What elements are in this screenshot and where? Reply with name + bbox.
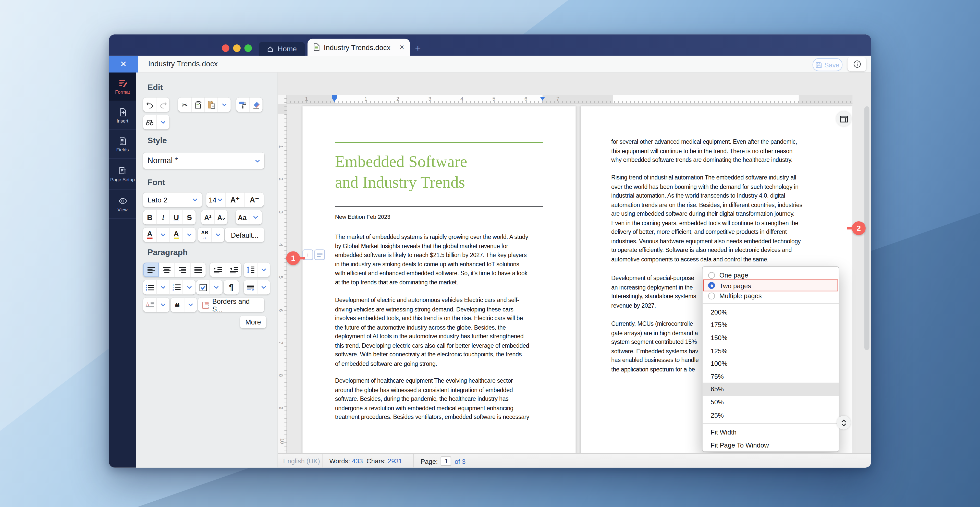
underline-button[interactable]: U (169, 210, 183, 225)
tab-document[interactable]: Industry Trends.docx ✕ (307, 39, 410, 56)
default-font-button[interactable]: Default... (225, 228, 264, 242)
checklist-options-button[interactable] (209, 280, 222, 294)
line-spacing-group (244, 263, 270, 277)
menu-item-fit-width[interactable]: Fit Width (703, 426, 839, 438)
save-button[interactable]: Save (813, 58, 843, 71)
char-spacing-options-button[interactable] (211, 228, 224, 242)
zoom-level-item[interactable]: 25% (703, 408, 839, 421)
bullet-list-button[interactable] (143, 280, 156, 294)
zoom-level-item[interactable]: 50% (703, 395, 839, 408)
highlight-button[interactable]: A (169, 228, 183, 242)
zoom-level-item[interactable]: 175% (703, 318, 839, 331)
decrease-font-button[interactable]: A⁻ (245, 193, 264, 207)
undo-button[interactable] (143, 97, 156, 112)
case-options-button[interactable] (249, 210, 262, 225)
more-button[interactable]: More (240, 316, 266, 328)
dropcap-button[interactable]: A (143, 298, 156, 312)
decrease-indent-button[interactable] (226, 263, 241, 277)
page-layout-quick-button[interactable] (836, 111, 851, 126)
menu-item-multiple-pages[interactable]: Multiple pages (703, 291, 839, 301)
block-quote-button[interactable]: ❝ (171, 298, 184, 312)
zoom-level-item[interactable]: 150% (703, 331, 839, 344)
tab-home[interactable]: Home (259, 42, 305, 56)
doc-line: delivery of better, more efficient, and … (611, 228, 802, 237)
zoom-level-item[interactable]: 75% (703, 370, 839, 383)
style-select[interactable]: Normal * (143, 153, 264, 169)
zoom-level-item[interactable]: 100% (703, 357, 839, 370)
find-button[interactable] (143, 115, 156, 129)
line-spacing-button[interactable] (244, 263, 257, 277)
first-line-indent-marker[interactable] (332, 98, 337, 102)
bold-button[interactable]: B (143, 210, 156, 225)
zoom-window-button[interactable] (245, 45, 252, 52)
indent-marker-top[interactable] (332, 95, 337, 98)
find-options-button[interactable] (156, 115, 169, 129)
rail-item-format[interactable]: Format (109, 72, 136, 101)
show-formatting-button[interactable]: ¶ (224, 280, 238, 294)
right-indent-marker[interactable] (540, 97, 545, 101)
page-number-input[interactable]: 1 (441, 456, 452, 466)
italic-button[interactable]: I (156, 210, 169, 225)
change-case-button[interactable]: Aa (235, 210, 248, 225)
numbered-list-button[interactable]: 123 (169, 280, 183, 294)
text-direction-options-button[interactable] (257, 280, 270, 294)
info-button[interactable] (848, 57, 866, 71)
doc-line: why embedded software trends are dominat… (611, 156, 797, 165)
paragraph-options-button[interactable] (314, 249, 325, 260)
line-spacing-options-button[interactable] (257, 263, 270, 277)
align-left-button[interactable] (143, 263, 159, 277)
highlight-options-button[interactable] (183, 228, 196, 242)
paste-options-button[interactable] (218, 97, 231, 112)
align-justify-button[interactable] (190, 263, 205, 277)
format-painter-button[interactable] (236, 97, 249, 112)
text-direction-button[interactable] (244, 280, 257, 294)
superscript-button[interactable]: A² (201, 210, 215, 225)
chevron-down-icon (161, 121, 165, 124)
rail-item-insert[interactable]: Insert (109, 101, 136, 130)
clear-format-button[interactable] (249, 97, 262, 112)
language-selector[interactable]: English (UK) (283, 457, 320, 464)
vertical-scrollbar[interactable] (853, 72, 871, 453)
align-justify-icon (194, 266, 202, 273)
word-count[interactable]: Words: 433 Chars: 2931 (329, 457, 402, 464)
quote-options-button[interactable] (184, 298, 197, 312)
align-center-button[interactable] (159, 263, 174, 277)
rail-item-view[interactable]: View (109, 190, 136, 219)
page-1[interactable]: Embedded Software and Industry Trends Ne… (302, 106, 576, 453)
rail-item-page-setup[interactable]: Page Setup (109, 159, 136, 190)
vertical-ruler[interactable]: 12345678910 (278, 95, 287, 453)
subscript-button[interactable]: A₂ (215, 210, 228, 225)
copy-button[interactable] (191, 97, 204, 112)
redo-button[interactable] (156, 97, 169, 112)
rail-item-fields[interactable]: Fields (109, 130, 136, 159)
align-right-button[interactable] (174, 263, 190, 277)
close-tab-icon[interactable]: ✕ (399, 44, 404, 51)
horizontal-ruler[interactable]: 1 1234567 (287, 95, 871, 104)
menu-item-one-page[interactable]: One page (703, 270, 839, 280)
new-tab-button[interactable]: + (415, 42, 421, 54)
close-document-button[interactable]: ✕ (109, 56, 138, 72)
char-spacing-button[interactable]: AB↔ (198, 228, 211, 242)
increase-indent-button[interactable] (210, 263, 226, 277)
menu-item-fit-page[interactable]: Fit Page To Window (703, 438, 839, 451)
font-color-button[interactable]: A (143, 228, 156, 242)
increase-font-button[interactable]: A⁺ (225, 193, 245, 207)
close-window-button[interactable] (222, 45, 229, 52)
zoom-level-item[interactable]: 65% (703, 383, 839, 395)
bullet-list-options-button[interactable] (156, 280, 169, 294)
font-size-select[interactable]: 14 (206, 193, 225, 207)
zoom-stepper[interactable] (837, 416, 851, 430)
cut-button[interactable]: ✂ (178, 97, 191, 112)
dropcap-options-button[interactable] (156, 298, 169, 312)
paste-button[interactable] (204, 97, 218, 112)
checklist-button[interactable] (196, 280, 209, 294)
borders-shading-button[interactable]: Borders and S... (198, 298, 264, 312)
zoom-level-item[interactable]: 200% (703, 305, 839, 318)
minimize-window-button[interactable] (233, 45, 240, 52)
font-color-options-button[interactable] (156, 228, 169, 242)
indent-decrease-icon (230, 266, 238, 273)
zoom-level-item[interactable]: 125% (703, 344, 839, 357)
strikethrough-button[interactable]: S (183, 210, 196, 225)
font-family-select[interactable]: Lato 2 (143, 193, 202, 207)
numbered-list-options-button[interactable] (183, 280, 196, 294)
